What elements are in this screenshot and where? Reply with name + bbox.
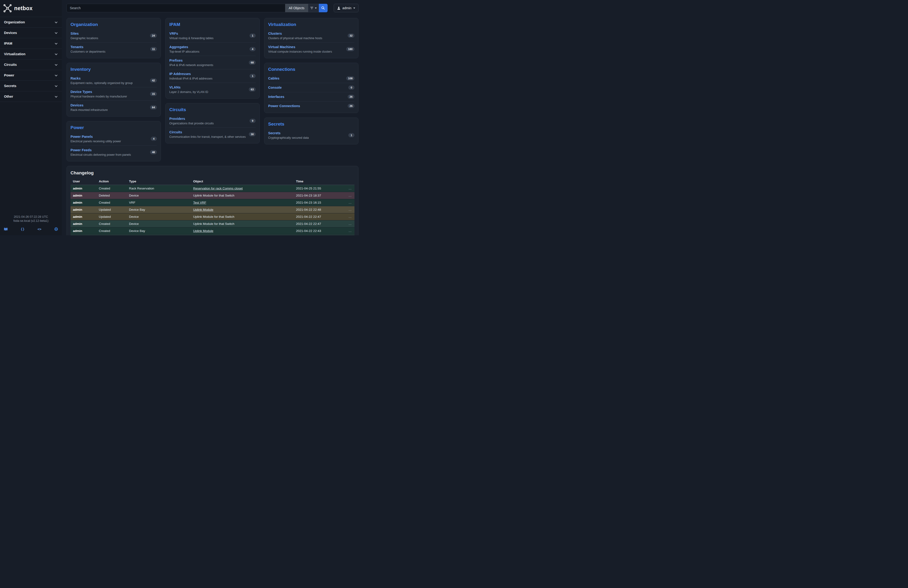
item-description: Cryptographically secured data <box>268 136 309 139</box>
type-cell: Device Type <box>127 235 191 235</box>
action-cell: Updated <box>97 213 127 221</box>
footer-links: {} <> <box>0 223 62 233</box>
item-description: Rack-mounted infrastructure <box>71 108 108 111</box>
globe-icon[interactable] <box>54 227 58 231</box>
card-item-console: Console0 <box>268 83 354 92</box>
card-organization: OrganizationSitesGeographic locations24T… <box>66 18 161 58</box>
item-text: Power Connections <box>268 104 300 108</box>
row-menu-button[interactable]: … <box>346 227 354 235</box>
item-text: Cables <box>268 76 280 81</box>
chevron-down-icon <box>55 74 57 76</box>
book-icon[interactable] <box>4 227 8 231</box>
object-cell: Uplink Module <box>191 206 294 213</box>
changelog-card: Changelog UserActionTypeObjectTime admin… <box>66 166 359 235</box>
item-description: Electrical circuits delivering power fro… <box>71 153 131 156</box>
user-cell: admin <box>71 185 97 192</box>
item-text: VRFsVirtual routing & forwarding tables <box>169 31 213 40</box>
row-menu-button[interactable]: … <box>346 192 354 199</box>
time-cell: 2021-04-22 22:47 <box>294 221 346 227</box>
count-badge: 24 <box>150 34 157 38</box>
item-link[interactable]: VRFs <box>169 32 178 35</box>
row-menu-button[interactable]: … <box>346 213 354 221</box>
sidebar-item-label: Virtualization <box>4 52 26 56</box>
sidebar-item-secrets[interactable]: Secrets <box>0 81 62 91</box>
item-link[interactable]: Device Types <box>71 90 92 93</box>
object-link[interactable]: Uplink Module <box>193 208 213 211</box>
sidebar-item-virtualization[interactable]: Virtualization <box>0 48 62 59</box>
item-text: SitesGeographic locations <box>71 31 98 40</box>
item-link[interactable]: Power Feeds <box>71 148 92 152</box>
item-link[interactable]: Virtual Machines <box>268 45 295 49</box>
brand[interactable]: netbox <box>0 0 62 17</box>
object-link[interactable]: Uplink Module <box>193 229 213 233</box>
item-description: Communication links for transit, transpo… <box>169 135 246 139</box>
item-link[interactable]: VLANs <box>169 85 181 89</box>
item-text: Virtual MachinesVirtual compute instance… <box>268 45 332 53</box>
card-item-device-types: Device TypesPhysical hardware models by … <box>71 87 157 100</box>
item-link[interactable]: Power Connections <box>268 104 300 108</box>
search-submit-button[interactable] <box>319 4 328 12</box>
row-menu-button[interactable]: … <box>346 206 354 213</box>
caret-down-icon <box>353 8 355 9</box>
object-link[interactable]: Test VRF <box>193 201 206 205</box>
card-item-secrets: SecretsCryptographically secured data1 <box>268 129 354 142</box>
user-cell: admin <box>71 213 97 221</box>
action-cell: Created <box>97 199 127 206</box>
row-menu-button[interactable]: … <box>346 221 354 227</box>
changelog-header-row: UserActionTypeObjectTime <box>71 178 354 185</box>
column-header-object: Object <box>191 178 294 185</box>
item-text: Interfaces <box>268 95 285 99</box>
object-link[interactable]: Reservation for rack Comms closet <box>193 187 243 190</box>
item-text: VLANsLayer 2 domains, by VLAN ID <box>169 85 208 93</box>
row-menu-button[interactable]: … <box>346 185 354 192</box>
item-text: AggregatesTop-level IP allocations <box>169 45 200 53</box>
item-link[interactable]: Secrets <box>268 131 280 135</box>
sidebar-item-power[interactable]: Power <box>0 70 62 81</box>
sidebar-item-circuits[interactable]: Circuits <box>0 59 62 70</box>
item-link[interactable]: Tenants <box>71 45 84 49</box>
object-cell: Uplink Module for that Switch <box>191 221 294 227</box>
item-link[interactable]: Circuits <box>169 130 182 134</box>
time-cell: 2021-04-23 16:15 <box>294 199 346 206</box>
item-link[interactable]: IP Addresses <box>169 72 191 76</box>
sidebar-item-organization[interactable]: Organization <box>0 17 62 27</box>
user-menu-button[interactable]: admin <box>334 4 359 12</box>
card-item-interfaces: Interfaces26 <box>268 92 354 101</box>
sidebar-item-ipam[interactable]: IPAM <box>0 38 62 48</box>
object-type-button[interactable]: All Objects <box>285 4 308 12</box>
item-description: Layer 2 domains, by VLAN ID <box>169 90 208 93</box>
item-link[interactable]: Console <box>268 85 282 89</box>
item-link[interactable]: Cables <box>268 76 280 80</box>
item-description: Physical hardware models by manufacturer <box>71 95 127 98</box>
item-link[interactable]: Clusters <box>268 32 282 35</box>
item-link[interactable]: Prefixes <box>169 58 182 62</box>
sidebar-item-label: Secrets <box>4 84 16 88</box>
item-text: Device TypesPhysical hardware models by … <box>71 90 127 98</box>
item-link[interactable]: Interfaces <box>268 95 285 98</box>
sidebar-item-other[interactable]: Other <box>0 91 62 102</box>
sidebar: netbox OrganizationDevicesIPAMVirtualiza… <box>0 0 62 235</box>
table-row: adminCreatedDevice TypeC9200-NM-4G2021-0… <box>71 235 354 235</box>
count-badge: 68 <box>249 60 256 64</box>
item-link[interactable]: Devices <box>71 103 84 107</box>
count-badge: 48 <box>150 150 157 154</box>
code-icon[interactable]: <> <box>37 227 42 231</box>
row-menu-button[interactable]: … <box>346 235 354 235</box>
action-cell: Created <box>97 235 127 235</box>
row-menu-button[interactable]: … <box>346 199 354 206</box>
card-inventory: InventoryRacksEquipment racks, optionall… <box>66 63 161 116</box>
braces-icon[interactable]: {} <box>21 227 24 231</box>
item-link[interactable]: Aggregates <box>169 45 188 49</box>
sidebar-item-devices[interactable]: Devices <box>0 27 62 38</box>
card-item-aggregates: AggregatesTop-level IP allocations4 <box>169 42 256 56</box>
search-input[interactable] <box>66 4 285 12</box>
count-badge: 4 <box>250 47 256 51</box>
type-cell: Device Bay <box>127 227 191 235</box>
item-link[interactable]: Racks <box>71 76 80 80</box>
count-badge: 32 <box>348 34 354 38</box>
type-cell: Device <box>127 221 191 227</box>
item-link[interactable]: Power Panels <box>71 135 93 139</box>
item-link[interactable]: Sites <box>71 32 79 35</box>
item-link[interactable]: Providers <box>169 117 185 121</box>
filter-dropdown-button[interactable] <box>308 4 319 12</box>
